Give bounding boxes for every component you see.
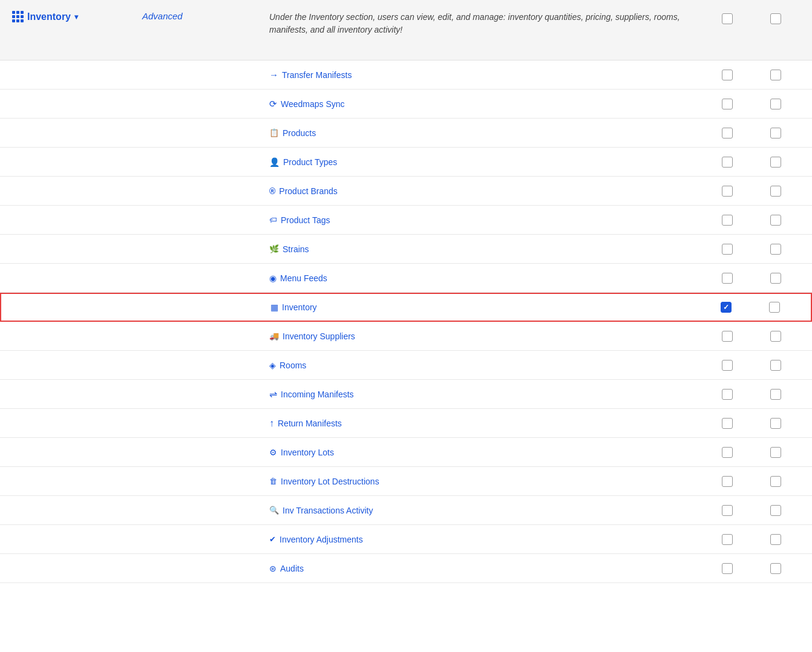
- table-row-product-types: 👤 Product Types: [0, 148, 812, 177]
- row-check2-inventory-adjustments: [751, 534, 800, 545]
- checkbox1-inventory-lots[interactable]: [722, 447, 733, 458]
- row-label-audits[interactable]: ⊛ Audits: [269, 564, 703, 573]
- audit-icon: ⊛: [269, 564, 277, 573]
- checkbox1-audits[interactable]: [722, 563, 733, 574]
- table-row-product-brands: ® Product Brands: [0, 177, 812, 206]
- row-label-products[interactable]: 📋 Products: [269, 128, 703, 138]
- row-check1-inventory-lots: [703, 447, 751, 458]
- checkbox2-inventory-adjustments[interactable]: [770, 534, 781, 545]
- row-check2-inventory: [750, 302, 799, 313]
- row-label-strains[interactable]: 🌿 Strains: [269, 244, 703, 254]
- checkbox1-product-brands[interactable]: [722, 186, 733, 197]
- table-row-product-tags: 🏷 Product Tags: [0, 206, 812, 235]
- checkbox1-menu-feeds[interactable]: [722, 273, 733, 284]
- row-label-inventory-lot-destructions[interactable]: 🗑 Inventory Lot Destructions: [269, 477, 703, 486]
- header-checkbox-2[interactable]: [770, 13, 781, 24]
- row-label-inventory-suppliers[interactable]: 🚚 Inventory Suppliers: [269, 331, 703, 341]
- checkbox2-product-brands[interactable]: [770, 186, 781, 197]
- checkbox2-incoming-manifests[interactable]: [770, 389, 781, 400]
- row-label-rooms[interactable]: ◈ Rooms: [269, 360, 703, 370]
- row-check1-audits: [703, 563, 751, 574]
- checkbox1-return-manifests[interactable]: [722, 418, 733, 429]
- checkbox1-inventory[interactable]: [721, 302, 732, 313]
- row-label-product-types[interactable]: 👤 Product Types: [269, 157, 703, 167]
- row-label-weedmaps-sync[interactable]: ⟳ Weedmaps Sync: [269, 99, 703, 109]
- checkbox2-inventory-lot-destructions[interactable]: [770, 476, 781, 487]
- table-row-inventory-adjustments: ✔ Inventory Adjustments: [0, 525, 812, 554]
- checkbox2-rooms[interactable]: [770, 360, 781, 371]
- header-check2-col: [751, 11, 800, 24]
- row-text-incoming-manifests: Incoming Manifests: [281, 390, 354, 399]
- checkbox2-inventory-suppliers[interactable]: [770, 331, 781, 342]
- table-row-weedmaps-sync: ⟳ Weedmaps Sync: [0, 90, 812, 119]
- checkbox1-product-tags[interactable]: [722, 215, 733, 226]
- inventory-title[interactable]: Inventory ▾: [12, 11, 78, 22]
- checkbox2-transfer-manifests[interactable]: [770, 70, 781, 80]
- header-checkbox-1[interactable]: [722, 13, 733, 24]
- checkbox2-weedmaps-sync[interactable]: [770, 99, 781, 109]
- row-check1-inventory: [702, 302, 750, 313]
- table-row-transfer-manifests: → Transfer Manifests: [0, 60, 812, 90]
- checkbox1-strains[interactable]: [722, 244, 733, 255]
- checkbox1-inventory-lot-destructions[interactable]: [722, 476, 733, 487]
- description-text: Under the Inventory section, users can v…: [269, 11, 691, 36]
- row-check2-rooms: [751, 360, 800, 371]
- checkbox2-product-tags[interactable]: [770, 215, 781, 226]
- row-check1-product-types: [703, 157, 751, 168]
- row-text-product-types: Product Types: [283, 157, 337, 167]
- row-check1-inv-transactions-activity: [703, 505, 751, 516]
- checkbox1-inv-transactions-activity[interactable]: [722, 505, 733, 516]
- checkbox2-inventory[interactable]: [769, 302, 780, 313]
- checkbox1-transfer-manifests[interactable]: [722, 70, 733, 80]
- checkbox2-strains[interactable]: [770, 244, 781, 255]
- row-label-return-manifests[interactable]: ↑ Return Manifests: [269, 418, 703, 429]
- row-check1-menu-feeds: [703, 273, 751, 284]
- checkbox2-inv-transactions-activity[interactable]: [770, 505, 781, 516]
- row-check1-products: [703, 128, 751, 139]
- checkbox2-inventory-lots[interactable]: [770, 447, 781, 458]
- grid-icon: ▦: [270, 302, 278, 312]
- checkbox1-incoming-manifests[interactable]: [722, 389, 733, 400]
- row-label-product-brands[interactable]: ® Product Brands: [269, 186, 703, 196]
- row-text-inventory-adjustments: Inventory Adjustments: [280, 535, 363, 544]
- arrow-right-icon: →: [269, 70, 278, 80]
- row-text-menu-feeds: Menu Feeds: [280, 273, 327, 283]
- row-check1-inventory-lot-destructions: [703, 476, 751, 487]
- table-row-return-manifests: ↑ Return Manifests: [0, 409, 812, 438]
- checkbox2-products[interactable]: [770, 128, 781, 139]
- row-check2-products: [751, 128, 800, 139]
- checkbox1-inventory-adjustments[interactable]: [722, 534, 733, 545]
- tag-icon: 🏷: [269, 215, 277, 224]
- row-label-menu-feeds[interactable]: ◉ Menu Feeds: [269, 273, 703, 283]
- checkbox2-return-manifests[interactable]: [770, 418, 781, 429]
- row-label-incoming-manifests[interactable]: ⇌ Incoming Manifests: [269, 388, 703, 400]
- row-label-inventory[interactable]: ▦ Inventory: [270, 302, 702, 312]
- checkbox1-rooms[interactable]: [722, 360, 733, 371]
- checkbox1-weedmaps-sync[interactable]: [722, 99, 733, 109]
- row-check2-inventory-lots: [751, 447, 800, 458]
- checkbox2-product-types[interactable]: [770, 157, 781, 168]
- checkbox1-products[interactable]: [722, 128, 733, 139]
- people-icon: 👤: [269, 157, 280, 167]
- row-label-inv-transactions-activity[interactable]: 🔍 Inv Transactions Activity: [269, 506, 703, 515]
- checkbox2-menu-feeds[interactable]: [770, 273, 781, 284]
- row-check1-product-tags: [703, 215, 751, 226]
- chevron-down-icon: ▾: [74, 13, 78, 21]
- row-text-weedmaps-sync: Weedmaps Sync: [281, 99, 345, 109]
- row-check1-rooms: [703, 360, 751, 371]
- checkbox1-inventory-suppliers[interactable]: [722, 331, 733, 342]
- row-label-product-tags[interactable]: 🏷 Product Tags: [269, 215, 703, 225]
- row-label-inventory-adjustments[interactable]: ✔ Inventory Adjustments: [269, 535, 703, 544]
- row-text-audits: Audits: [280, 564, 304, 573]
- row-label-inventory-lots[interactable]: ⚙ Inventory Lots: [269, 448, 703, 457]
- checkbox2-audits[interactable]: [770, 563, 781, 574]
- row-check1-inventory-adjustments: [703, 534, 751, 545]
- row-label-transfer-manifests[interactable]: → Transfer Manifests: [269, 70, 703, 80]
- description-col: Under the Inventory section, users can v…: [269, 11, 703, 36]
- checkbox1-product-types[interactable]: [722, 157, 733, 168]
- row-check2-product-types: [751, 157, 800, 168]
- row-check2-inventory-lot-destructions: [751, 476, 800, 487]
- return-icon: ↑: [269, 418, 274, 429]
- table-row-inventory-lots: ⚙ Inventory Lots: [0, 438, 812, 467]
- lots-icon: ⚙: [269, 448, 277, 457]
